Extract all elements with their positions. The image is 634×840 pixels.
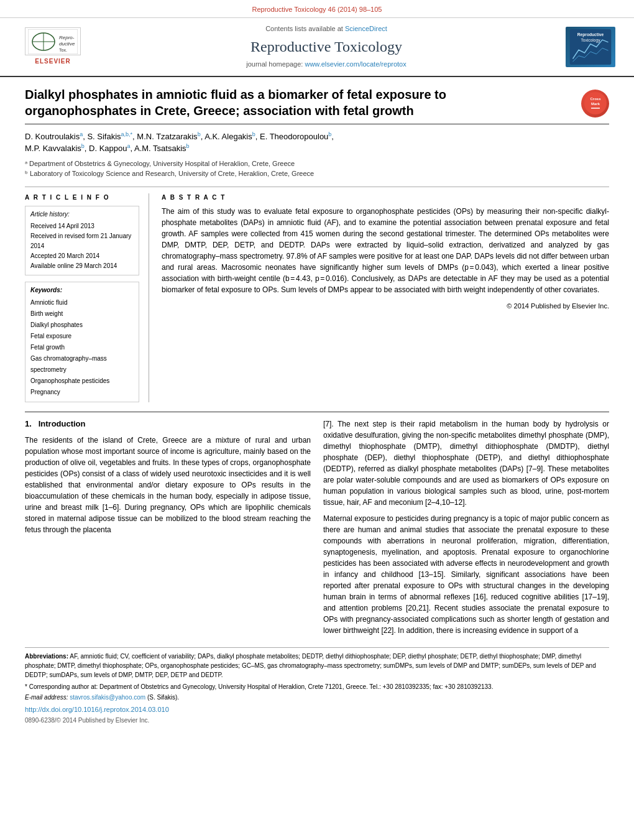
body-content: 1. Introduction The residents of the isl… (25, 412, 609, 726)
footer-notes: Abbreviations: AF, amniotic fluid; CV, c… (25, 647, 609, 726)
history-title: Article history: (30, 210, 134, 219)
abstract-heading: A B S T R A C T (162, 193, 609, 202)
authors-line: D. Koutroulakisa, S. Sifakisa,b,*, M.N. … (25, 131, 609, 155)
keyword-item: Gas chromatography–mass spectrometry (30, 353, 134, 376)
keyword-item: Fetal exposure (30, 331, 134, 342)
email-suffix: (S. Sifakis). (147, 694, 179, 701)
homepage-link[interactable]: www.elsevier.com/locate/reprotox (305, 60, 406, 68)
intro-paragraph-right-1: [7]. The next step is their rapid metabo… (323, 418, 609, 508)
svg-text:Cross: Cross (590, 97, 601, 101)
abstract-text: The aim of this study was to evaluate fe… (162, 206, 609, 295)
svg-text:Toxicology: Toxicology (581, 38, 600, 43)
abstract-column: A B S T R A C T The aim of this study wa… (162, 193, 609, 402)
journal-citation: Reproductive Toxicology 46 (2014) 98–105 (252, 6, 382, 13)
info-abstract-columns: A R T I C L E I N F O Article history: R… (25, 187, 609, 402)
article-title: Dialkyl phosphates in amniotic fluid as … (25, 86, 535, 119)
abstract-copyright: © 2014 Published by Elsevier Inc. (162, 302, 609, 311)
keyword-item: Amniotic fluid (30, 297, 134, 308)
journal-logo-image: Reproductive Toxicology (566, 27, 615, 67)
page-container: Reproductive Toxicology 46 (2014) 98–105… (0, 0, 634, 840)
svg-text:Tox.: Tox. (59, 48, 67, 52)
journal-header: Repro- ductive Tox. ELSEVIER Contents li… (0, 18, 634, 76)
top-bar: Reproductive Toxicology 46 (2014) 98–105 (0, 0, 634, 18)
svg-text:Reproductive: Reproductive (577, 32, 604, 37)
body-right-column: [7]. The next step is their rapid metabo… (323, 418, 609, 641)
keyword-item: Dialkyl phosphates (30, 320, 134, 331)
keyword-item: Organophosphate pesticides (30, 376, 134, 387)
contents-label: Contents lists available at ScienceDirec… (87, 24, 566, 34)
revised-date: Received in revised form 21 January 2014 (30, 231, 134, 251)
crossmark-badge[interactable]: Cross Mark (581, 90, 609, 118)
main-content: Dialkyl phosphates in amniotic fluid as … (0, 77, 634, 732)
email-link[interactable]: stavros.sifakis@yahoo.com (70, 694, 145, 701)
keyword-item: Pregnancy (30, 387, 134, 398)
article-title-section: Dialkyl phosphates in amniotic fluid as … (25, 86, 609, 124)
elsevier-logo-block: Repro- ductive Tox. ELSEVIER (19, 27, 87, 66)
affiliation-a: ᵃ Department of Obstetrics & Gynecology,… (25, 159, 609, 169)
accepted-date: Accepted 20 March 2014 (30, 251, 134, 261)
keywords-box: Keywords: Amniotic fluidBirth weightDial… (25, 282, 139, 402)
corresponding-author: * Corresponding author at: Department of… (25, 682, 609, 691)
article-info-heading: A R T I C L E I N F O (25, 193, 139, 202)
intro-paragraph-1: The residents of the island of Crete, Gr… (25, 435, 311, 535)
elsevier-label: ELSEVIER (35, 57, 70, 66)
sciencedirect-link[interactable]: ScienceDirect (345, 25, 387, 32)
keywords-title: Keywords: (30, 286, 134, 295)
keywords-list: Amniotic fluidBirth weightDialkyl phosph… (30, 297, 134, 398)
svg-text:ductive: ductive (59, 41, 75, 47)
body-columns: 1. Introduction The residents of the isl… (25, 418, 609, 641)
corresponding-label: * Corresponding author at: (25, 683, 98, 690)
svg-text:Mark: Mark (590, 102, 600, 106)
article-history-box: Article history: Received 14 April 2013 … (25, 206, 139, 275)
issn-text: 0890-6238/© 2014 Published by Elsevier I… (25, 716, 609, 725)
available-date: Available online 29 March 2014 (30, 261, 134, 271)
elsevier-logo-image: Repro- ductive Tox. (25, 27, 81, 55)
body-left-column: 1. Introduction The residents of the isl… (25, 418, 311, 641)
svg-text:Repro-: Repro- (59, 35, 75, 40)
abbreviations-text: AF, amniotic fluid; CV, coefficient of v… (25, 653, 596, 678)
corresponding-text: Department of Obstetrics and Gynecology,… (99, 683, 493, 690)
keyword-item: Birth weight (30, 308, 134, 320)
intro-paragraph-right-2: Maternal exposure to pesticides during p… (323, 513, 609, 636)
affiliation-b: ᵇ Laboratory of Toxicology Science and R… (25, 168, 609, 179)
affiliations: ᵃ Department of Obstetrics & Gynecology,… (25, 159, 609, 179)
keyword-item: Fetal growth (30, 342, 134, 353)
intro-section-title: 1. Introduction (25, 418, 311, 430)
article-info-column: A R T I C L E I N F O Article history: R… (25, 193, 149, 402)
email-line: E-mail address: stavros.sifakis@yahoo.co… (25, 693, 609, 702)
abbreviations: Abbreviations: AF, amniotic fluid; CV, c… (25, 652, 609, 680)
received-date: Received 14 April 2013 (30, 221, 134, 231)
email-label: E-mail address: (25, 694, 68, 701)
doi-link[interactable]: http://dx.doi.org/10.1016/j.reprotox.201… (25, 704, 609, 715)
journal-center: Contents lists available at ScienceDirec… (87, 24, 566, 69)
journal-homepage: journal homepage: www.elsevier.com/locat… (87, 60, 566, 69)
abbreviations-label: Abbreviations: (25, 653, 68, 660)
journal-title: Reproductive Toxicology (87, 37, 566, 58)
